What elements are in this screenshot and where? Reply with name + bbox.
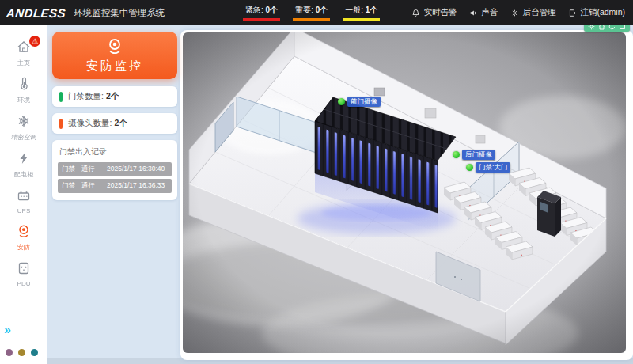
access-records-title: 门禁出入记录 xyxy=(59,146,172,157)
sidebar-item-home[interactable]: 主页 ⚠ xyxy=(0,35,47,72)
camera-count-value: 2个 xyxy=(114,118,127,129)
security-monitor-button[interactable]: 安防监控 xyxy=(52,32,177,79)
camera-count-label: 摄像头数量: xyxy=(68,118,112,129)
access-record-row: 门禁 通行 2025/1/17 16:30:40 xyxy=(58,162,172,176)
webcam-icon xyxy=(16,228,32,241)
security-panel: 安防监控 门禁数量: 2个 摄像头数量: 2个 门禁出入记录 门禁 通行 202… xyxy=(52,32,177,200)
datacenter-3d-view[interactable]: 前门摄像 后门摄像 门禁:大门 xyxy=(183,32,626,353)
security-monitor-label: 安防监控 xyxy=(86,59,143,74)
bell-icon xyxy=(411,9,420,17)
topbar: ANDLESS 环境监控集中管理系统 紧急: 0个 重要: 0个 一般: 1个 … xyxy=(0,0,633,25)
door-access-marker[interactable]: 门禁:大门 xyxy=(466,162,510,173)
thermometer-icon xyxy=(16,81,32,94)
sidebar-item-ups[interactable]: UPS xyxy=(0,184,47,219)
sidebar-item-pdu[interactable]: PDU xyxy=(0,256,47,292)
camera-marker-rear[interactable]: 后门摄像 xyxy=(453,150,495,160)
home-icon xyxy=(16,44,32,57)
alert-badge-icon[interactable]: ⚠ xyxy=(29,36,40,47)
marker-label: 门禁:大门 xyxy=(476,162,510,173)
snowflake-icon xyxy=(16,118,32,131)
room-render xyxy=(183,32,626,353)
logout-icon xyxy=(568,9,577,17)
sidebar-item-environment[interactable]: 环境 xyxy=(0,72,47,109)
orange-pill-icon xyxy=(59,119,63,129)
camera-count-card: 摄像头数量: 2个 xyxy=(52,113,177,134)
door-count-card: 门禁数量: 2个 xyxy=(52,86,177,107)
speaker-icon xyxy=(469,9,478,17)
sidebar-item-precision-ac[interactable]: 精密空调 xyxy=(0,109,47,146)
status-dots xyxy=(6,349,38,356)
admin-button[interactable]: 后台管理 xyxy=(510,7,555,18)
sidebar-item-security[interactable]: 安防 xyxy=(0,219,47,256)
scene-panel: 前门摄像 后门摄像 门禁:大门 xyxy=(180,30,633,360)
door-count-value: 2个 xyxy=(106,91,119,102)
app-root: ANDLESS 环境监控集中管理系统 紧急: 0个 重要: 0个 一般: 1个 … xyxy=(0,0,633,364)
alarm-general-filter[interactable]: 一般: 1个 xyxy=(343,5,380,21)
camera-marker-front[interactable]: 前门摄像 xyxy=(338,97,381,107)
sound-button[interactable]: 声音 xyxy=(469,7,498,18)
green-status-dot-icon xyxy=(338,98,345,105)
access-record-row: 门禁 通行 2025/1/17 16:36:33 xyxy=(58,179,172,193)
sidebar: 主页 ⚠ 环境 精密空调 配电柜 UPS 安防 PDU » xyxy=(0,25,47,364)
logout-button[interactable]: 注销(admin) xyxy=(568,7,625,18)
status-dot-purple xyxy=(6,349,13,356)
green-status-dot-icon xyxy=(466,164,473,171)
brand-logo: ANDLESS xyxy=(6,6,66,20)
lightning-icon xyxy=(16,155,32,169)
webcam-icon xyxy=(105,37,124,57)
alarm-critical-filter[interactable]: 紧急: 0个 xyxy=(243,5,280,21)
realtime-alarm-button[interactable]: 实时告警 xyxy=(411,7,457,18)
access-records-card: 门禁出入记录 门禁 通行 2025/1/17 16:30:40 门禁 通行 20… xyxy=(52,140,177,200)
status-dot-gold xyxy=(18,349,25,356)
door-count-label: 门禁数量: xyxy=(68,91,104,102)
socket-icon xyxy=(16,265,32,279)
sidebar-item-power-cabinet[interactable]: 配电柜 xyxy=(0,146,47,184)
app-title: 环境监控集中管理系统 xyxy=(74,7,165,19)
gear-icon xyxy=(510,9,519,17)
topbar-actions: 实时告警 声音 后台管理 注销(admin) xyxy=(399,7,625,18)
alarm-stats: 紧急: 0个 重要: 0个 一般: 1个 xyxy=(230,5,380,21)
marker-label: 后门摄像 xyxy=(462,150,495,160)
green-status-dot-icon xyxy=(453,151,460,158)
status-dot-teal xyxy=(31,349,38,356)
sidebar-expand-button[interactable]: » xyxy=(4,323,11,337)
battery-icon xyxy=(16,192,32,206)
alarm-important-filter[interactable]: 重要: 0个 xyxy=(293,5,330,21)
marker-label: 前门摄像 xyxy=(347,97,381,107)
green-pill-icon xyxy=(59,92,63,102)
